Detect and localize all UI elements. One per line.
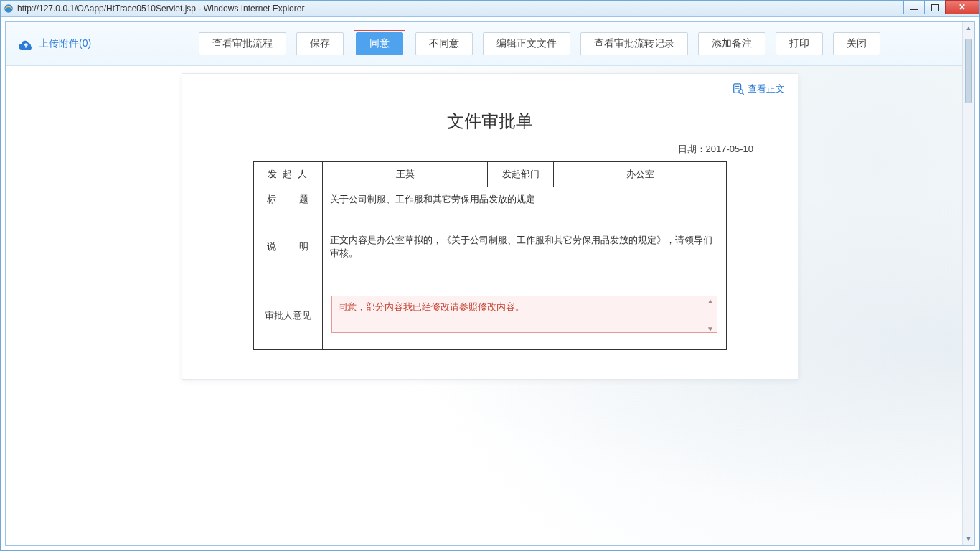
- window-controls: [904, 0, 979, 16]
- vertical-scrollbar[interactable]: ▲ ▼: [962, 22, 974, 545]
- toolbar-buttons: 查看审批流程 保存 同意 不同意 编辑正文文件 查看审批流转记录 添加备注 打印…: [199, 30, 963, 57]
- disagree-button[interactable]: 不同意: [415, 32, 473, 55]
- label-description: 说 明: [254, 212, 323, 281]
- value-subject: 关于公司制服、工作服和其它劳保用品发放的规定: [323, 187, 727, 212]
- scrollbar-thumb[interactable]: [965, 39, 972, 103]
- app-toolbar: 上传附件(0) 查看审批流程 保存 同意 不同意 编辑正文文件 查看审批流转记录…: [6, 22, 974, 66]
- date-value: 2017-05-10: [706, 143, 754, 154]
- agree-button[interactable]: 同意: [356, 32, 403, 55]
- label-subject: 标 题: [254, 187, 323, 212]
- cloud-upload-icon: [17, 37, 34, 50]
- titlebar: http://127.0.0.1/OAapp/HtTrace0510Servle…: [1, 1, 979, 17]
- document-card: 查看正文 文件审批单 日期：2017-05-10 发 起 人 王英 发起部门 办…: [182, 73, 798, 380]
- opinion-cell: ▲ ▼: [323, 281, 727, 350]
- upload-attachment-label: 上传附件(0): [39, 37, 91, 50]
- value-description: 正文内容是办公室草拟的，《关于公司制服、工作服和其它劳保用品发放的规定》，请领导…: [323, 212, 727, 281]
- edit-body-button[interactable]: 编辑正文文件: [483, 32, 570, 55]
- label-approver-opinion: 审批人意见: [254, 281, 323, 350]
- date-label: 日期：: [678, 143, 706, 154]
- value-department: 办公室: [554, 162, 727, 187]
- label-initiator: 发 起 人: [254, 162, 323, 187]
- approval-form-table: 发 起 人 王英 发起部门 办公室 标 题 关于公司制服、工作服和其它劳保用品发…: [253, 161, 727, 350]
- upload-attachment-button[interactable]: 上传附件(0): [17, 37, 91, 50]
- document-title: 文件审批单: [198, 110, 782, 133]
- scroll-up-icon: ▲: [963, 22, 974, 34]
- close-button[interactable]: 关闭: [833, 32, 880, 55]
- app-area: 上传附件(0) 查看审批流程 保存 同意 不同意 编辑正文文件 查看审批流转记录…: [5, 21, 975, 546]
- agree-highlight: 同意: [354, 30, 405, 57]
- view-flow-record-button[interactable]: 查看审批流转记录: [580, 32, 688, 55]
- svg-line-5: [742, 93, 743, 94]
- ie-window: http://127.0.0.1/OAapp/HtTrace0510Servle…: [0, 0, 980, 551]
- save-button[interactable]: 保存: [296, 32, 344, 55]
- value-initiator: 王英: [323, 162, 488, 187]
- minimize-button[interactable]: [903, 0, 925, 14]
- window-title: http://127.0.0.1/OAapp/HtTrace0510Servle…: [17, 4, 979, 14]
- view-body-link-label: 查看正文: [748, 83, 785, 95]
- scroll-down-icon: ▼: [963, 532, 974, 545]
- approver-opinion-input[interactable]: [331, 296, 717, 333]
- ie-icon: [4, 4, 14, 14]
- maximize-button[interactable]: [924, 0, 946, 14]
- document-date: 日期：2017-05-10: [198, 143, 782, 156]
- label-department: 发起部门: [488, 162, 554, 187]
- view-flow-button[interactable]: 查看审批流程: [199, 32, 286, 55]
- view-body-link[interactable]: 查看正文: [732, 83, 785, 95]
- close-window-button[interactable]: [945, 0, 979, 14]
- content-area: 查看正文 文件审批单 日期：2017-05-10 发 起 人 王英 发起部门 办…: [6, 66, 974, 545]
- add-remark-button[interactable]: 添加备注: [698, 32, 765, 55]
- print-button[interactable]: 打印: [776, 32, 823, 55]
- document-search-icon: [732, 83, 745, 95]
